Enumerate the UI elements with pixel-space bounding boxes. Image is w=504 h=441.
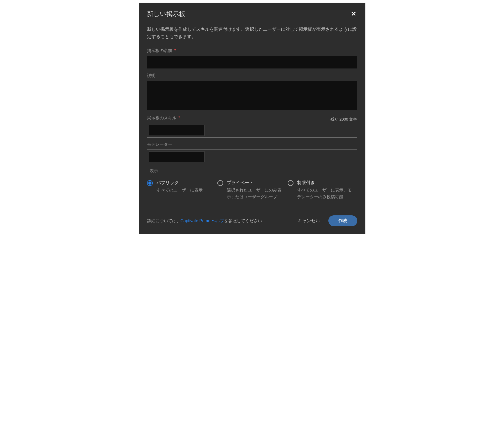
radio-icon[interactable] [217, 180, 223, 186]
board-name-group: 掲示板の名前 * [147, 48, 357, 69]
radio-desc: すべてのユーザーに表示 [156, 187, 214, 194]
footer-actions: キャンセル 作成 [298, 215, 357, 226]
visibility-label: 表示 [147, 168, 357, 174]
new-board-modal: 新しい掲示板 ✕ 新しい掲示板を作成してスキルを関連付けます。選択したユーザーに… [139, 3, 365, 234]
moderators-group: モデレーター [147, 142, 357, 164]
visibility-option-restricted[interactable]: 制限付き すべてのユーザーに表示、モデレーターのみ投稿可能 [288, 180, 357, 200]
moderators-label: モデレーター [147, 142, 357, 147]
help-link[interactable]: Captivate Prime ヘルプ [181, 219, 224, 223]
radio-text-wrap: 制限付き すべてのユーザーに表示、モデレーターのみ投稿可能 [297, 180, 354, 200]
cancel-button[interactable]: キャンセル [298, 218, 320, 224]
required-asterisk-icon: * [174, 48, 176, 53]
help-suffix: を参照してください [224, 219, 262, 223]
radio-desc: すべてのユーザーに表示、モデレーターのみ投稿可能 [297, 187, 354, 200]
radio-icon[interactable] [147, 180, 153, 186]
modal-header: 新しい掲示板 ✕ [139, 3, 365, 18]
description-label: 説明 [147, 73, 357, 79]
visibility-radio-group: パブリック すべてのユーザーに表示 プライベート 選択されたユーザーにのみ表示ま… [147, 180, 357, 200]
required-asterisk-icon: * [178, 116, 180, 120]
radio-title: 制限付き [297, 180, 354, 186]
help-prefix: 詳細については、 [147, 219, 181, 223]
board-skills-group: 残り 2000 文字 掲示板のスキル * [147, 115, 357, 138]
close-icon[interactable]: ✕ [350, 10, 357, 18]
char-remaining: 残り 2000 文字 [330, 117, 357, 122]
board-name-label-text: 掲示板の名前 [147, 48, 172, 53]
modal-description: 新しい掲示板を作成してスキルを関連付けます。選択したユーザーに対して掲示板が表示… [147, 25, 357, 40]
description-group: 説明 [147, 73, 357, 111]
radio-icon[interactable] [288, 180, 293, 186]
moderators-input[interactable] [147, 149, 357, 164]
radio-title: プライベート [227, 180, 284, 186]
moderators-tag-field[interactable] [149, 151, 204, 162]
board-skills-tag-field[interactable] [149, 125, 204, 136]
board-skills-label: 掲示板のスキル * [147, 115, 180, 121]
radio-dot-icon [148, 181, 151, 185]
radio-text-wrap: パブリック すべてのユーザーに表示 [156, 180, 214, 194]
create-button[interactable]: 作成 [328, 215, 357, 226]
radio-title: パブリック [156, 180, 214, 186]
modal-footer: 詳細については、Captivate Prime ヘルプを参照してください キャン… [147, 215, 357, 226]
board-skills-label-text: 掲示板のスキル [147, 116, 176, 120]
radio-text-wrap: プライベート 選択されたユーザーにのみ表示またはユーザーグループ [227, 180, 284, 200]
modal-body: 新しい掲示板を作成してスキルを関連付けます。選択したユーザーに対して掲示板が表示… [139, 18, 365, 234]
description-textarea[interactable] [147, 81, 357, 110]
visibility-option-private[interactable]: プライベート 選択されたユーザーにのみ表示またはユーザーグループ [217, 180, 287, 200]
footer-help-text: 詳細については、Captivate Prime ヘルプを参照してください [147, 217, 292, 224]
board-name-label: 掲示板の名前 * [147, 48, 357, 54]
visibility-section: 表示 パブリック すべてのユーザーに表示 プライベート 選択されたユーザー [147, 168, 357, 200]
board-name-input[interactable] [147, 56, 357, 69]
radio-desc: 選択されたユーザーにのみ表示またはユーザーグループ [227, 187, 284, 200]
board-skills-input[interactable] [147, 123, 357, 138]
visibility-option-public[interactable]: パブリック すべてのユーザーに表示 [147, 180, 216, 200]
modal-title: 新しい掲示板 [147, 10, 185, 18]
